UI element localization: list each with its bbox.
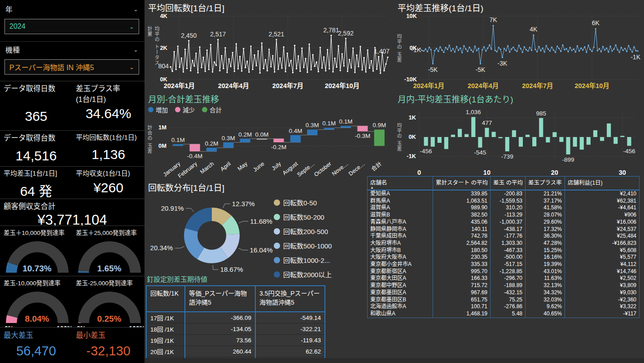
min-dedama-card: 最小差玉 -32,130 (72, 328, 145, 363)
legend-item[interactable]: 回転数500-1000 (274, 241, 332, 250)
table-row[interactable]: 20回 /1K260.4462.62 (146, 346, 325, 357)
table-cell: -366.09 (185, 312, 255, 323)
svg-text:June: June (252, 160, 265, 173)
svg-text:-1K: -1K (631, 53, 640, 61)
table-row[interactable]: 東京都墨田区B651.7575.2532.03%-¥2,360 (368, 297, 640, 304)
table-row[interactable]: 18回 /1K-134.05-322.21 (146, 323, 325, 335)
table-row[interactable]: 東京都墨田区A967.69-432.1534.32%¥9,030 (368, 289, 640, 297)
table-row[interactable]: 滋賀県B382.50-113.2928.07%¥906 (368, 212, 640, 219)
svg-text:Dece…: Dece… (347, 160, 366, 177)
table-cell: 180.50 (433, 247, 491, 254)
table-row[interactable]: 大阪府堺市B180.50-467.3315.25%¥5,608 (368, 247, 640, 254)
avg-dedama-trend-chart: 平均差玉推移(1台/1日) -10K0K10K2024年1月2024年4月202… (394, 0, 644, 91)
chevron-down-icon[interactable]: ⌄ (133, 6, 138, 13)
table-row[interactable]: 大阪府堺市A2,564.821,303.3047.28%-¥166,823 (368, 240, 640, 247)
table-cell: 41.58% (526, 204, 565, 212)
pin-setting-table: 回転数/1K等価_Pスーパー海物語沖縄53.5円交換_Pスーパー海物語沖縄5 1… (146, 285, 325, 363)
kpi-row: データ取得台数 14,516 平均回転数(1台/1日) 1,136 (0, 130, 145, 167)
svg-text:0M: 0M (158, 142, 166, 149)
table-cell: -549.14 (255, 312, 325, 323)
gauge-label: 差玉-25,000発到達率 (76, 278, 143, 287)
svg-text:March: March (199, 160, 215, 175)
table-row[interactable]: 東京都新宿区A995.70-1,228.8543.01%¥14,746 (368, 268, 640, 275)
column-header[interactable]: 回転数/1K (146, 286, 185, 312)
kpi-card-avg-dedama: 平均差玉[1台/1日] 64 発 (0, 167, 72, 199)
filter-sidebar: 年 ⌄ 2024 ⌄ 機種 ⌄ Pスーパー海物語 IN 沖縄5 ⌄ データ取得日… (0, 0, 145, 363)
table-cell: 310.20 (491, 204, 526, 212)
table-row[interactable]: 北海道函館市A100.71-276.869.62%¥3,322 (368, 303, 640, 310)
legend-item[interactable]: 回転数1000-2... (274, 255, 332, 265)
svg-text:2K: 2K (160, 44, 167, 51)
table-cell: 967.69 (433, 289, 491, 297)
legend-item[interactable]: 減少 (175, 105, 195, 114)
table-row[interactable]: 群馬県A1,063.51-1,559.5337.17%¥62,381 (368, 198, 640, 205)
table-row[interactable]: 東京都大田区A166.33-296.7011.63%¥2,502 (368, 275, 640, 282)
legend-item[interactable]: 回転数0-50 (274, 198, 332, 207)
column-header[interactable]: 3.5円交換_Pスーパー海物語沖縄5 (255, 286, 325, 312)
table-cell: 東京都墨田区B (368, 297, 433, 304)
kpi-label: 平均回転数(1台/1日) (76, 132, 141, 142)
table-row[interactable]: 千葉県成田市A742.78-177.7636.30%¥25,484 (368, 233, 640, 240)
year-slicer-dropdown[interactable]: 2024 ⌄ (4, 19, 139, 34)
table-row[interactable]: 17回 /1K-366.09-549.14 (146, 312, 325, 323)
table-row[interactable]: 19回 /1K73.56-119.43 (146, 335, 325, 346)
gauge-minus10k: 差玉-10,000発到達率 8.04% 0% 100% (0, 276, 72, 328)
svg-text:2024年1月: 2024年1月 (413, 82, 444, 89)
table-row[interactable]: 静岡県静岡市A140.11-438.1717.32%¥24,537 (368, 226, 640, 233)
svg-text:2,592: 2,592 (338, 30, 354, 37)
table-row[interactable]: 東京都中野区A715.72-188.8932.13%¥3,809 (368, 282, 640, 289)
column-header[interactable]: 差玉 の平均 (491, 177, 526, 190)
table-row[interactable]: 滋賀県A989.90310.2041.58%-¥4,641 (368, 204, 640, 212)
legend-item[interactable]: 増加 (148, 105, 168, 114)
legend-label: 回転数200-500 (283, 226, 328, 236)
column-header[interactable]: 店舗名▲ (368, 177, 433, 190)
chart-title: 月別-合計差玉推移 (148, 93, 219, 105)
legend-label: 増加 (156, 105, 168, 114)
table-cell: 東京都新宿区A (368, 268, 433, 275)
legend-item[interactable]: 回転数2000以上 (274, 270, 332, 279)
column-header[interactable]: 等価_Pスーパー海物語沖縄5 (185, 286, 255, 312)
gauge-value: 10.73% (4, 264, 70, 274)
store-table-panel: 店舗名▲累計スタート の平均差玉 の平均差玉プラス率店舗利益(1日) 愛知県A3… (367, 176, 639, 322)
chevron-down-icon[interactable]: ⌄ (129, 64, 134, 71)
kpi-card-avg-balance: 平均収支(1台/1日) ¥260 (72, 167, 145, 199)
table-cell: -438.17 (491, 226, 526, 233)
table-cell: 29.60% (526, 219, 565, 226)
svg-text:-456: -456 (420, 148, 432, 155)
year-slicer: 年 ⌄ 2024 ⌄ (4, 3, 139, 34)
waterfall-legend: 増加減少合計 (148, 105, 222, 114)
table-cell: 21.21% (526, 190, 565, 198)
table-cell: ¥4,112 (565, 261, 640, 268)
table-row[interactable]: 大阪府大阪市A230.35-500.0016.16%¥5,577 (368, 254, 640, 261)
svg-text:0.2M: 0.2M (238, 131, 252, 138)
legend-dot-icon (274, 214, 280, 220)
table-cell: 1,303.30 (491, 240, 526, 247)
chart-title: 回転数分布[1台/1日] (148, 181, 224, 193)
column-header[interactable]: 差玉プラス率 (526, 177, 565, 190)
svg-text:0K: 0K (160, 76, 167, 83)
table-cell: -322.21 (255, 323, 325, 335)
legend-item[interactable]: 回転数50-200 (274, 212, 332, 221)
svg-text:0.0M: 0.0M (255, 131, 269, 138)
column-header[interactable]: 累計スタート の平均 (433, 177, 491, 190)
svg-text:-3K: -3K (498, 60, 508, 67)
column-header[interactable]: 店舗利益(1日) (565, 177, 640, 190)
chevron-down-icon[interactable]: ⌄ (133, 46, 138, 53)
machine-slicer-dropdown[interactable]: Pスーパー海物語 IN 沖縄5 ⌄ (4, 59, 139, 75)
kpi-row: 平均差玉[1台/1日] 64 発 平均収支(1台/1日) ¥260 (0, 166, 145, 199)
donut-legend: 回転数0-50回転数50-200回転数200-500回転数500-1000回転数… (274, 198, 332, 279)
day-of-month-dedama-chart: 月内-平均差玉推移(1台あたり) -1K0K1K0102030-4561,036… (394, 91, 644, 177)
table-row[interactable]: 和歌山県A1,468.195.4840.65%-¥117 (368, 310, 640, 318)
table-cell: 73.56 (185, 335, 255, 346)
chevron-down-icon[interactable]: ⌄ (129, 23, 134, 30)
table-row[interactable]: 愛知県A339.85-200.8321.21%¥2,410 (368, 190, 640, 198)
legend-item[interactable]: 合計 (202, 105, 222, 114)
table-cell: 335.33 (433, 261, 491, 268)
table-cell: 989.90 (433, 204, 491, 212)
table-cell: ¥25,484 (565, 233, 640, 240)
gauge-minus25k: 差玉-25,000発到達率 0.25% 0% 100% (72, 276, 145, 328)
legend-item[interactable]: 回転数200-500 (274, 226, 332, 236)
svg-text:10: 10 (483, 169, 491, 176)
table-row[interactable]: 青森県八戸市A435.06-1,000.3729.60%¥16,006 (368, 219, 640, 226)
table-row[interactable]: 東京都小金井市A335.33-517.1519.39%¥4,112 (368, 261, 640, 268)
